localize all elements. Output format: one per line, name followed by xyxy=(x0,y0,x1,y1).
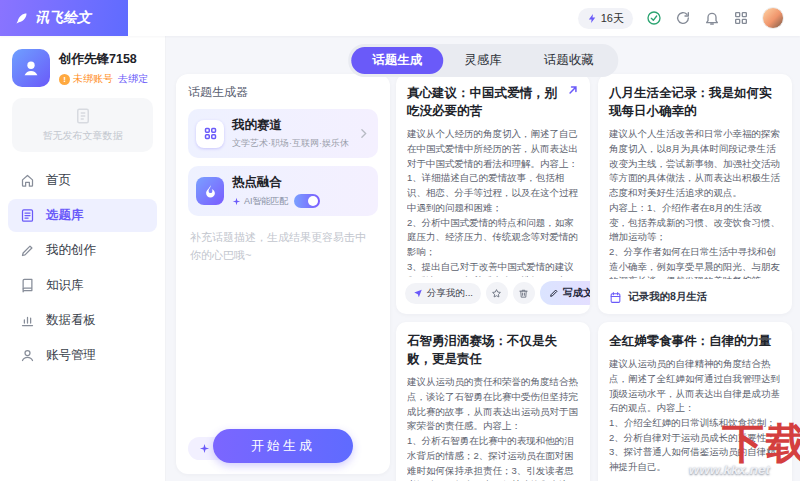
topic-card-august-life[interactable]: 八月生活全记录：我是如何实现每日小确幸的 建议从个人生活改善和日常小幸福的探索角… xyxy=(598,74,792,314)
pen-icon xyxy=(549,288,559,298)
hotspot-fusion-selector[interactable]: 热点融合 AI智能匹配 xyxy=(188,166,378,216)
warning-icon xyxy=(59,74,70,85)
trial-days-badge[interactable]: 16天 xyxy=(578,8,633,29)
ai-match-label: AI智能匹配 xyxy=(232,195,289,208)
user-icon xyxy=(20,348,35,363)
start-generate-button[interactable]: 开始生成 xyxy=(213,429,353,463)
username: 创作先锋7158 xyxy=(59,51,148,68)
sparkle-icon xyxy=(199,443,210,454)
empty-doc-icon xyxy=(74,107,92,125)
panel-title: 话题生成器 xyxy=(188,84,378,101)
trial-days-label: 16天 xyxy=(601,11,624,26)
topic-generator-panel: 话题生成器 我的赛道 文学艺术·职场·互联网·娱乐休... 热点融合 AI智能匹 xyxy=(176,74,390,474)
topic-title: 八月生活全记录：我是如何实现每日小确幸的 xyxy=(609,84,781,120)
track-title: 我的赛道 xyxy=(232,117,349,134)
tab-inspiration-library[interactable]: 灵感库 xyxy=(443,47,523,74)
topic-title: 全红婵零食事件：自律的力量 xyxy=(609,332,781,350)
paper-plane-icon xyxy=(413,288,423,298)
profile-block: 创作先锋7158 未绑账号 去绑定 xyxy=(0,36,165,96)
sidebar-item-topic-library[interactable]: 选题库 xyxy=(8,199,157,232)
app-logo[interactable]: 讯飞绘文 xyxy=(0,0,128,36)
delete-button[interactable] xyxy=(513,282,535,304)
apps-grid-icon[interactable] xyxy=(733,10,749,26)
lightning-icon xyxy=(587,13,598,24)
empty-articles-label: 暂无发布文章数据 xyxy=(43,129,123,143)
ai-match-toggle[interactable] xyxy=(294,194,320,208)
track-chip xyxy=(196,120,224,148)
favorite-button[interactable] xyxy=(486,282,508,304)
sidebar-item-home[interactable]: 首页 xyxy=(8,164,157,197)
my-track-selector[interactable]: 我的赛道 文学艺术·职场·互联网·娱乐休... xyxy=(188,109,378,158)
tab-topic-favorites[interactable]: 话题收藏 xyxy=(523,47,615,74)
person-icon xyxy=(20,57,42,79)
record-august-link[interactable]: 记录我的8月生活 xyxy=(609,290,707,304)
topic-body: 建议从运动员的责任和荣誉的角度结合热点，谈论了石智勇在比赛中受伤但坚持完成比赛的… xyxy=(407,375,579,481)
hotspot-title: 热点融合 xyxy=(232,174,370,191)
sparkle-icon xyxy=(232,197,241,206)
download-stamp-watermark: 下载 xyxy=(722,423,800,465)
check-circle-icon[interactable] xyxy=(646,10,662,26)
topic-description-area: AI帮写 xyxy=(188,224,378,462)
hotspot-chip xyxy=(196,177,224,205)
app-title: 讯飞绘文 xyxy=(35,9,91,27)
star-icon xyxy=(491,288,502,299)
write-article-button[interactable]: 写成文章 xyxy=(540,281,590,305)
book-icon xyxy=(20,278,35,293)
bind-account-link[interactable]: 去绑定 xyxy=(118,72,148,86)
topbar-actions: 16天 xyxy=(578,7,800,29)
profile-avatar[interactable] xyxy=(12,49,50,87)
sidebar-item-dashboard[interactable]: 数据看板 xyxy=(8,304,157,337)
chart-icon xyxy=(20,313,35,328)
topic-card-shizhiyong[interactable]: 石智勇泪洒赛场：不仅是失败，更是责任 建议从运动员的责任和荣誉的角度结合热点，谈… xyxy=(396,322,590,481)
topbar: 讯飞绘文 16天 xyxy=(0,0,800,36)
topic-library-icon xyxy=(20,208,35,223)
topic-title: 真心建议：中国式爱情，别吃没必要的苦 xyxy=(407,84,579,120)
tab-bar: 话题生成 灵感库 话题收藏 xyxy=(348,44,618,77)
sidebar: 创作先锋7158 未绑账号 去绑定 暂无发布文章数据 首页 选题库 我的创作 知… xyxy=(0,36,166,481)
refresh-icon[interactable] xyxy=(675,10,691,26)
topic-body: 建议从个人生活改善和日常小幸福的探索角度切入，以8月为具体时间段记录生活改变为主… xyxy=(609,127,781,279)
topic-card-love[interactable]: 真心建议：中国式爱情，别吃没必要的苦 建议从个人经历的角度切入，阐述了自己在中国… xyxy=(396,74,590,314)
site-url-watermark: www.kkx.net xyxy=(689,462,770,477)
flame-icon xyxy=(203,184,218,199)
unbound-account-status: 未绑账号 xyxy=(59,72,113,86)
pen-icon xyxy=(20,243,35,258)
topic-title: 石智勇泪洒赛场：不仅是失败，更是责任 xyxy=(407,332,579,368)
grid-icon xyxy=(203,126,218,141)
share-topic-button[interactable]: 分享我的... xyxy=(405,283,481,304)
chevron-right-icon xyxy=(357,127,370,140)
main-content: 话题生成 灵感库 话题收藏 话题生成器 我的赛道 文学艺术·职场·互联网·娱乐休… xyxy=(166,36,800,481)
track-subtitle: 文学艺术·职场·互联网·娱乐休... xyxy=(232,137,349,150)
tab-topic-generate[interactable]: 话题生成 xyxy=(351,47,443,74)
bell-icon[interactable] xyxy=(704,10,720,26)
empty-articles-card: 暂无发布文章数据 xyxy=(12,98,153,152)
card-actions: 分享我的... 写成文章 xyxy=(405,281,581,305)
sidebar-item-my-creations[interactable]: 我的创作 xyxy=(8,234,157,267)
share-arrow-icon[interactable] xyxy=(566,83,580,97)
logo-quill-icon xyxy=(14,11,29,26)
trash-icon xyxy=(518,288,529,299)
sidebar-menu: 首页 选题库 我的创作 知识库 数据看板 账号管理 xyxy=(0,164,165,372)
home-icon xyxy=(20,173,35,188)
sidebar-item-knowledge-base[interactable]: 知识库 xyxy=(8,269,157,302)
user-avatar[interactable] xyxy=(762,7,784,29)
sidebar-item-account[interactable]: 账号管理 xyxy=(8,339,157,372)
calendar-icon xyxy=(609,291,622,304)
topic-description-input[interactable] xyxy=(188,224,378,420)
topic-body: 建议从个人经历的角度切入，阐述了自己在中国式爱情中所经历的苦，从而表达出对于中国… xyxy=(407,127,579,277)
